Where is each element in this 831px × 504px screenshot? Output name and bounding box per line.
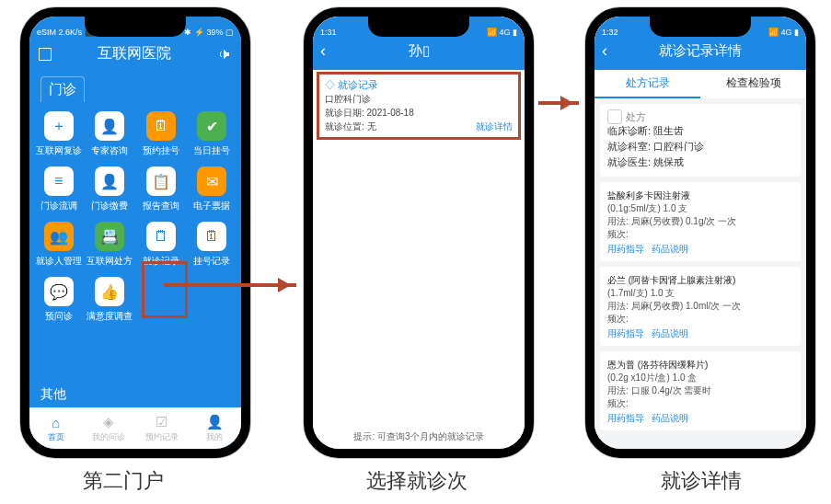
- status-right: ✱ ⚡ 39% ▢: [184, 28, 234, 37]
- menu-icon: 👤: [95, 111, 124, 141]
- status-time: 1:32: [602, 28, 618, 37]
- diagnosis-card: 处方 临床诊断: 阻生齿 就诊科室: 口腔科门诊 就诊医生: 姚保戒: [600, 104, 801, 177]
- visit-record-card[interactable]: ◇ 就诊记录 口腔科门诊 就诊日期: 2021-08-18 就诊位置: 无 就诊…: [317, 72, 521, 140]
- med-name: 盐酸利多卡因注射液: [607, 189, 793, 202]
- tab-icon: ◈: [103, 414, 114, 430]
- menu-门诊流调[interactable]: ≡门诊流调: [33, 166, 85, 212]
- tab-icon: ⌂: [52, 415, 60, 430]
- phone-portal: eSIM 2.6K/s ⬛ ⬜ 10:59 ✱ ⚡ 39% ▢ 互联网医院 🕩 …: [20, 7, 250, 458]
- caption-1: 第二门户: [83, 467, 164, 495]
- menu-就诊人管理[interactable]: 👥就诊人管理: [33, 222, 85, 268]
- detail-tabs: 处方记录 检查检验项: [594, 70, 806, 98]
- tab-icon: 👤: [206, 414, 224, 430]
- screen: eSIM 2.6K/s ⬛ ⬜ 10:59 ✱ ⚡ 39% ▢ 互联网医院 🕩 …: [29, 17, 241, 449]
- section-outpatient: 门诊: [40, 76, 85, 102]
- tab-icon: ☑: [156, 414, 167, 430]
- med-desc-link[interactable]: 药品说明: [652, 413, 688, 423]
- qr-icon[interactable]: [39, 48, 52, 61]
- phone-visit-list: 1:31 📶 4G ▮ ‹ 孙▯ ◇ 就诊记录 口腔科门诊 就诊日期: 2021…: [304, 7, 534, 458]
- dept: 口腔科门诊: [325, 93, 371, 106]
- sound-icon[interactable]: 🕩: [217, 46, 232, 63]
- notch: [85, 17, 186, 37]
- arrow-2: [538, 101, 579, 105]
- menu-label: 报告查询: [143, 200, 179, 212]
- app-title: 互联网医院: [98, 44, 171, 63]
- menu-就诊记录[interactable]: 🗒就诊记录: [135, 222, 187, 268]
- hint-text: 提示: 可查询3个月内的就诊记录: [313, 430, 525, 443]
- menu-label: 预问诊: [45, 310, 73, 323]
- menu-报告查询[interactable]: 📋报告查询: [135, 166, 187, 212]
- menu-grid: ＋互联网复诊👤专家咨询🗓预约挂号✔当日挂号≡门诊流调👤门诊缴费📋报告查询✉电子票…: [29, 106, 241, 332]
- screen: 1:31 📶 4G ▮ ‹ 孙▯ ◇ 就诊记录 口腔科门诊 就诊日期: 2021…: [313, 17, 525, 449]
- menu-挂号记录[interactable]: 🗓挂号记录: [187, 222, 238, 268]
- menu-icon: 🗓: [197, 222, 226, 251]
- medication-card: 盐酸利多卡因注射液 (0.1g:5ml/支) 1.0 支 用法: 局麻(另收费)…: [600, 182, 801, 261]
- caption-3: 就诊详情: [661, 467, 742, 495]
- caption-2: 选择就诊次: [366, 467, 467, 495]
- menu-预约挂号[interactable]: 🗓预约挂号: [135, 111, 187, 157]
- menu-电子票据[interactable]: ✉电子票据: [187, 166, 238, 212]
- med-spec: (1.7ml/支) 1.0 支: [607, 287, 793, 300]
- med-freq: 频次:: [607, 313, 793, 326]
- section-other: 其他: [40, 386, 66, 403]
- menu-预问诊[interactable]: 💬预问诊: [33, 277, 85, 323]
- menu-label: 预约挂号: [143, 144, 179, 157]
- menu-label: 就诊记录: [143, 255, 179, 268]
- med-guide-link[interactable]: 用药指导: [607, 244, 644, 254]
- med-name: 恩为普 (洛芬待因缓释片): [607, 359, 793, 372]
- card-heading: ◇ 就诊记录: [325, 78, 513, 92]
- back-icon[interactable]: ‹: [602, 41, 607, 61]
- menu-icon: 🗒: [146, 222, 176, 251]
- menu-label: 当日挂号: [193, 144, 230, 157]
- med-desc-link[interactable]: 药品说明: [652, 328, 688, 338]
- med-guide-link[interactable]: 用药指导: [607, 413, 644, 423]
- notch: [650, 17, 751, 37]
- patient-name: 孙▯: [409, 42, 430, 60]
- menu-label: 门诊流调: [40, 200, 77, 212]
- tab-首页[interactable]: ⌂首页: [29, 408, 83, 449]
- menu-label: 专家咨询: [91, 144, 128, 157]
- menu-label: 互联网复诊: [36, 144, 82, 157]
- menu-icon: 💬: [44, 277, 74, 306]
- med-usage: 用法: 口服 0.4g/次 需要时: [607, 384, 793, 397]
- arrow-1: [164, 283, 296, 287]
- menu-互联网处方[interactable]: 📇互联网处方: [85, 222, 136, 268]
- visit-detail-link[interactable]: 就诊详情: [476, 120, 513, 133]
- phone-visit-detail: 1:32 📶 4G ▮ ‹ 就诊记录详情 处方记录 检查检验项 处方 临床诊断:…: [585, 7, 815, 458]
- med-name: 必兰 (阿替卡因肾上腺素注射液): [607, 274, 793, 287]
- notch: [368, 17, 469, 37]
- bottom-tabbar: ⌂首页◈我的问诊☑预约记录👤我的: [29, 407, 241, 449]
- menu-label: 门诊缴费: [91, 200, 128, 212]
- menu-icon: 👥: [44, 222, 74, 251]
- tab-我的[interactable]: 👤我的: [189, 408, 242, 449]
- med-spec: (0.1g:5ml/支) 1.0 支: [607, 202, 793, 215]
- menu-icon: 📋: [146, 166, 176, 196]
- menu-icon: ✉: [197, 166, 226, 196]
- med-freq: 频次:: [607, 228, 793, 241]
- tab-exam[interactable]: 检查检验项: [700, 70, 806, 98]
- menu-icon: 📇: [95, 222, 124, 251]
- menu-满意度调查[interactable]: 👍满意度调查: [85, 277, 136, 323]
- tab-我的问诊[interactable]: ◈我的问诊: [83, 408, 136, 449]
- menu-门诊缴费[interactable]: 👤门诊缴费: [85, 166, 136, 212]
- menu-icon: ✔: [197, 111, 226, 141]
- menu-label: 就诊人管理: [36, 255, 82, 268]
- tab-prescription[interactable]: 处方记录: [594, 70, 700, 98]
- page-title: 就诊记录详情: [659, 42, 742, 60]
- menu-专家咨询[interactable]: 👤专家咨询: [85, 111, 136, 157]
- menu-label: 满意度调查: [87, 310, 133, 323]
- back-icon[interactable]: ‹: [320, 41, 326, 61]
- status-right: 📶 4G ▮: [768, 28, 799, 37]
- status-time: 1:31: [320, 28, 337, 37]
- screen: 1:32 📶 4G ▮ ‹ 就诊记录详情 处方记录 检查检验项 处方 临床诊断:…: [594, 17, 806, 449]
- menu-当日挂号[interactable]: ✔当日挂号: [187, 111, 238, 157]
- menu-icon: 👍: [95, 277, 124, 306]
- med-guide-link[interactable]: 用药指导: [607, 328, 644, 338]
- menu-icon: ≡: [44, 166, 74, 196]
- med-desc-link[interactable]: 药品说明: [652, 244, 688, 254]
- menu-互联网复诊[interactable]: ＋互联网复诊: [33, 111, 85, 157]
- menu-icon: 🗓: [146, 111, 176, 141]
- medication-card: 必兰 (阿替卡因肾上腺素注射液) (1.7ml/支) 1.0 支 用法: 局麻(…: [600, 267, 801, 346]
- tab-预约记录[interactable]: ☑预约记录: [135, 408, 189, 449]
- med-spec: (0.2g x10片/盒) 1.0 盒: [607, 372, 793, 384]
